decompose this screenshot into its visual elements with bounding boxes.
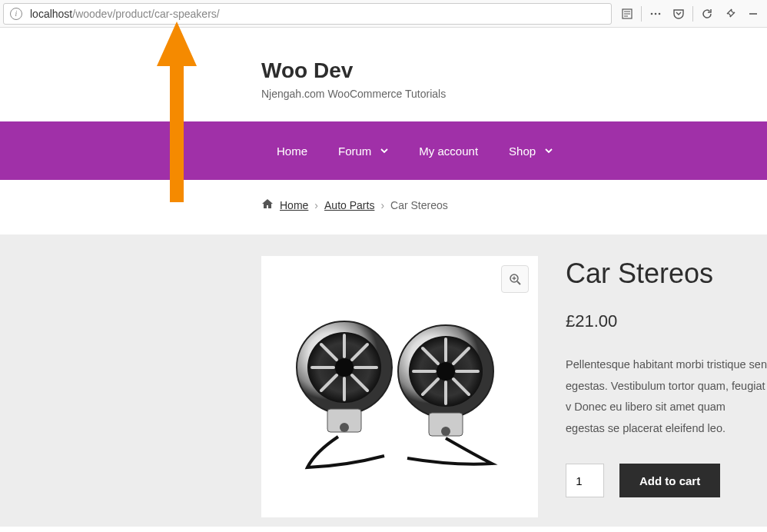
pocket-icon[interactable] [668,3,689,25]
product-description: Pellentesque habitant morbi tristique se… [566,354,767,439]
add-to-cart-button[interactable]: Add to cart [619,464,720,497]
url-host: localhost [30,8,72,20]
url-path: /woodev/product/car-speakers/ [72,8,219,20]
reader-view-icon[interactable] [616,3,638,25]
nav-label: Home [277,145,307,158]
breadcrumb-home[interactable]: Home [280,199,308,211]
svg-point-4 [651,12,653,15]
url-box[interactable]: i localhost/woodev/product/car-speakers/ [3,3,612,25]
minimize-icon[interactable] [742,3,764,25]
svg-point-6 [659,12,661,15]
add-to-cart-row: Add to cart [566,464,767,497]
site-tagline: Njengah.com WooCommerce Tutorials [261,88,767,100]
url-text: localhost/woodev/product/car-speakers/ [30,8,220,20]
developer-icon[interactable] [719,3,741,25]
nav-label: Shop [509,145,536,158]
site-header: Woo Dev Njengah.com WooCommerce Tutorial… [0,28,767,121]
nav-item-forum[interactable]: Forum [323,121,403,180]
chevron-down-icon [380,147,388,155]
breadcrumb-separator: › [314,199,318,211]
breadcrumb: Home › Auto Parts › Car Stereos [0,180,767,234]
product-title: Car Stereos [566,258,767,290]
nav-item-shop[interactable]: Shop [493,121,568,180]
browser-address-bar: i localhost/woodev/product/car-speakers/ [0,0,767,28]
address-bar-actions [616,3,764,25]
product-info: Car Stereos £21.00 Pellentesque habitant… [566,256,767,527]
breadcrumb-separator: › [380,199,384,211]
svg-point-5 [655,12,657,15]
quantity-input[interactable] [566,464,604,497]
home-icon [261,198,274,211]
product-section: Car Stereos £21.00 Pellentesque habitant… [0,234,767,527]
breadcrumb-current: Car Stereos [390,199,448,211]
chevron-down-icon [545,147,553,155]
nav-label: Forum [338,145,371,158]
product-price: £21.00 [566,311,767,331]
product-image[interactable] [284,298,515,475]
zoom-icon[interactable] [501,265,529,293]
nav-label: My account [419,145,478,158]
svg-point-36 [437,362,455,381]
svg-point-25 [340,423,349,432]
info-icon[interactable]: i [10,8,22,20]
product-image-container [261,256,538,517]
breadcrumb-category[interactable]: Auto Parts [324,199,374,211]
svg-point-23 [335,358,354,377]
reload-icon[interactable] [696,3,718,25]
more-icon[interactable] [645,3,666,25]
nav-item-my-account[interactable]: My account [403,121,493,180]
svg-point-38 [441,427,450,436]
nav-item-home[interactable]: Home [261,121,323,180]
main-nav: Home Forum My account Shop [0,121,767,180]
site-title: Woo Dev [261,58,767,83]
svg-line-10 [517,281,520,284]
